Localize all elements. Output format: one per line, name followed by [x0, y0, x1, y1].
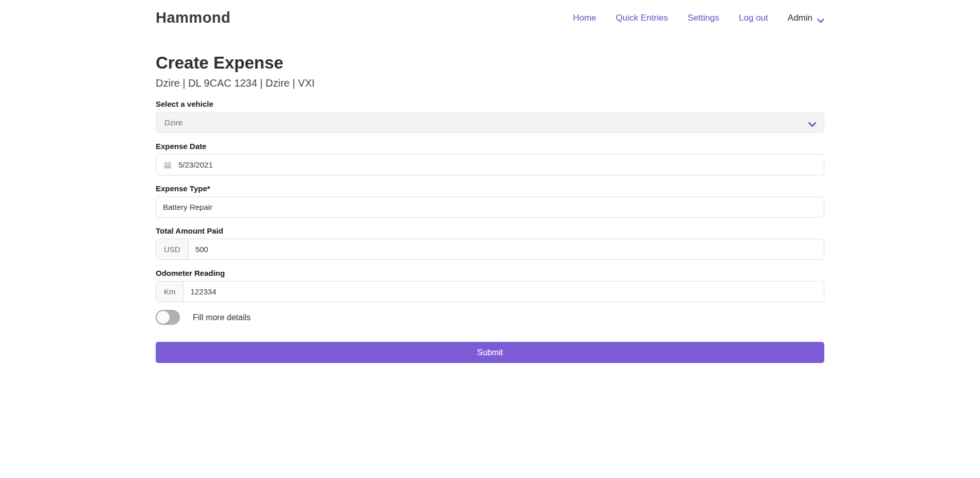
total-amount-label: Total Amount Paid — [156, 226, 824, 235]
page-title: Create Expense — [156, 53, 824, 73]
vehicle-select[interactable]: Dzire — [156, 112, 824, 133]
expense-type-control — [156, 196, 824, 218]
fill-more-details-label: Fill more details — [193, 313, 251, 322]
chevron-down-icon — [808, 120, 816, 125]
admin-menu[interactable]: Admin — [788, 13, 824, 23]
calendar-icon[interactable] — [156, 161, 172, 169]
total-amount-input[interactable] — [189, 239, 824, 259]
toggle-knob — [157, 311, 170, 324]
main-content: Create Expense Dzire | DL 9CAC 1234 | Dz… — [156, 53, 824, 363]
nav-quick-entries[interactable]: Quick Entries — [616, 13, 668, 23]
main-nav: Home Quick Entries Settings Log out Admi… — [573, 13, 824, 23]
vehicle-select-value: Dzire — [164, 118, 182, 127]
app-logo[interactable]: Hammond — [156, 9, 230, 26]
odometer-input[interactable] — [184, 282, 824, 302]
vehicle-summary: Dzire | DL 9CAC 1234 | Dzire | VXI — [156, 77, 824, 89]
currency-addon: USD — [156, 239, 189, 259]
chevron-down-icon — [817, 15, 824, 20]
expense-date-label: Expense Date — [156, 142, 824, 151]
expense-date-control — [156, 154, 824, 175]
nav-settings[interactable]: Settings — [688, 13, 719, 23]
expense-type-label: Expense Type* — [156, 184, 824, 193]
app-header: Hammond Home Quick Entries Settings Log … — [156, 0, 824, 26]
odometer-label: Odometer Reading — [156, 269, 824, 277]
vehicle-label: Select a vehicle — [156, 100, 824, 108]
admin-menu-label: Admin — [788, 13, 812, 23]
total-amount-control: USD — [156, 239, 824, 260]
expense-type-input[interactable] — [156, 197, 824, 217]
expense-date-input[interactable] — [172, 155, 824, 175]
distance-unit-addon: Km — [156, 282, 184, 302]
odometer-control: Km — [156, 281, 824, 302]
nav-home[interactable]: Home — [573, 13, 596, 23]
fill-more-details-row: Fill more details — [156, 310, 824, 325]
fill-more-details-toggle[interactable] — [156, 310, 180, 325]
nav-logout[interactable]: Log out — [739, 13, 768, 23]
create-expense-form: Select a vehicle Dzire Expense Date Expe… — [156, 100, 824, 363]
submit-button[interactable]: Submit — [156, 342, 824, 363]
